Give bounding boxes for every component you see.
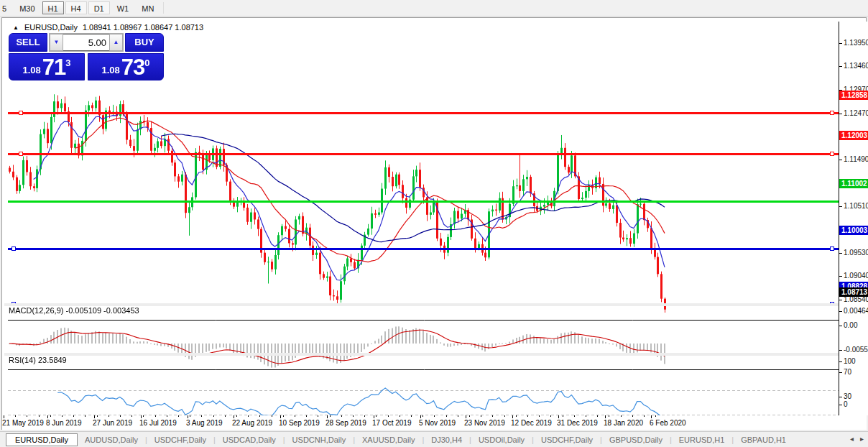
volume-stepper: ▼ ▲ (49, 33, 124, 52)
rsi-scale-label: 70 (844, 368, 851, 376)
tab-scroll-right-icon[interactable]: ▸ (860, 435, 864, 443)
time-minor-tick (131, 415, 132, 417)
time-minor-tick (283, 415, 284, 417)
volume-input[interactable] (63, 34, 109, 51)
time-minor-tick (62, 415, 63, 417)
time-minor-tick (586, 415, 586, 417)
timeframe-button-m30[interactable]: M30 (14, 1, 40, 14)
buy-price-point: 0 (144, 57, 149, 68)
time-major-tick (374, 415, 374, 418)
chart-tab-eurusd-h1[interactable]: EURUSD,H1 (672, 434, 732, 446)
time-minor-tick (550, 415, 551, 417)
time-minor-tick (621, 415, 622, 417)
tab-scroll-left-icon[interactable]: ◂ (850, 435, 854, 443)
time-minor-tick (318, 415, 318, 417)
date-label: 8 Jun 2019 (46, 419, 82, 427)
sell-price-prefix: 1.08 (22, 65, 40, 75)
chart-symbol-label: EURUSD,Daily (24, 23, 78, 32)
chart-tab-gbpaud-h1[interactable]: GBPAUD,H1 (734, 434, 793, 446)
chart-tab-usdcnh-daily[interactable]: USDCNH,Daily (285, 434, 354, 446)
time-axis[interactable]: 21 May 20198 Jun 201927 Jun 201916 Jul 2… (2, 415, 867, 430)
date-label: 21 May 2019 (2, 419, 44, 427)
time-minor-tick (481, 415, 481, 417)
chart-tab-eurusd-daily[interactable]: EURUSD,Daily (6, 433, 78, 446)
time-minor-tick (85, 415, 86, 417)
chart-tab-xauusd-daily[interactable]: XAUUSD,Daily (355, 434, 422, 446)
time-major-tick (420, 415, 421, 418)
chart-tab-usdoil-daily[interactable]: USDOil,Daily (471, 434, 532, 446)
time-minor-tick (50, 415, 51, 417)
time-major-tick (280, 415, 281, 418)
timeframe-button-h4[interactable]: H4 (65, 1, 87, 14)
timeframe-button-mn[interactable]: MN (136, 1, 160, 14)
price-tick-mark (839, 66, 842, 67)
timeframe-toolbar: 5M30H1H4D1W1MN (0, 0, 868, 17)
time-minor-tick (295, 415, 295, 417)
time-minor-tick (306, 415, 307, 417)
time-major-tick (47, 415, 48, 418)
chart-tab-bar: EURUSD,DailyAUDUSD,Daily|USDCHF,Daily|US… (0, 431, 868, 447)
price-chart-canvas[interactable] (8, 40, 841, 433)
time-minor-tick (248, 415, 249, 417)
time-minor-tick (655, 415, 656, 417)
sell-button[interactable]: SELL (9, 33, 47, 52)
indicator-tick-mark (839, 372, 842, 373)
buy-price-pips: 73 (121, 57, 144, 78)
price-tick-mark (839, 300, 842, 300)
indicator-tick-mark (839, 326, 842, 326)
time-minor-tick (527, 415, 528, 417)
timeframe-button-w1[interactable]: W1 (111, 1, 135, 14)
time-minor-tick (434, 415, 435, 417)
price-tick-label: 1.13950 (844, 39, 868, 47)
time-minor-tick (73, 415, 74, 417)
volume-increase-button[interactable]: ▲ (109, 34, 123, 51)
buy-price-panel[interactable]: 1.08 73 0 (88, 53, 164, 80)
buy-button[interactable]: BUY (125, 33, 164, 52)
time-major-tick (188, 415, 188, 418)
time-minor-tick (411, 415, 412, 417)
chart-tab-audusd-daily[interactable]: AUDUSD,Daily (78, 434, 145, 446)
price-tick-mark (839, 114, 842, 114)
one-click-trading-panel: SELL ▼ ▲ BUY 1.08 71 3 1.08 73 0 (9, 33, 164, 80)
time-minor-tick (178, 415, 179, 417)
chart-tab-usdchf-daily[interactable]: USDCHF,Daily (534, 434, 600, 446)
volume-decrease-button[interactable]: ▼ (50, 34, 63, 51)
time-minor-tick (39, 415, 40, 417)
macd-scale-label: 0.00 (844, 321, 857, 329)
macd-indicator-label: MACD(12,26,9) -0.005109 -0.003453 (9, 306, 139, 315)
price-axis[interactable]: 1.139501.134601.129701.124701.114901.105… (839, 22, 868, 415)
trading-terminal: 5M30H1H4D1W1MN ▲ EURUSD,Daily 1.08941 1.… (0, 0, 868, 447)
chart-tab-usdcad-daily[interactable]: USDCAD,Daily (216, 434, 283, 446)
chart-tab-gbpusd-daily[interactable]: GBPUSD,Daily (602, 434, 670, 446)
date-label: 31 Dec 2019 (557, 419, 598, 427)
hline-price-tag: 1.12003 (839, 131, 868, 140)
time-minor-tick (27, 415, 27, 417)
timeframe-button-d1[interactable]: D1 (88, 1, 110, 14)
chart-tab-dj30-h4[interactable]: DJ30,H4 (424, 434, 469, 446)
price-tick-mark (839, 276, 842, 277)
time-minor-tick (539, 415, 540, 417)
time-minor-tick (341, 415, 342, 417)
timeframe-button-h1[interactable]: H1 (42, 1, 64, 14)
time-minor-tick (213, 415, 214, 417)
rsi-value: 23.5849 (38, 356, 67, 364)
indicator-tick-mark (839, 405, 842, 405)
price-tick-label: 1.13460 (844, 62, 868, 70)
chart-tab-usdchf-daily[interactable]: USDCHF,Daily (147, 434, 213, 446)
sell-price-panel[interactable]: 1.08 71 3 (9, 53, 85, 80)
timeframe-button-5[interactable]: 5 (0, 1, 12, 14)
time-major-tick (558, 415, 559, 418)
date-label: 28 Sep 2019 (326, 419, 366, 427)
collapse-triangle-icon[interactable]: ▲ (13, 24, 19, 31)
price-tick-mark (839, 253, 842, 254)
time-minor-tick (446, 415, 447, 417)
date-label: 18 Jan 2020 (604, 419, 643, 427)
time-minor-tick (423, 415, 423, 417)
price-tick-label: 1.09040 (844, 272, 868, 280)
time-major-tick (605, 415, 606, 418)
time-minor-tick (364, 415, 365, 417)
indicator-tick-mark (839, 397, 842, 397)
time-major-tick (141, 415, 142, 418)
indicator-tick-mark (839, 311, 842, 312)
rsi-pane-splitter[interactable] (4, 353, 841, 356)
